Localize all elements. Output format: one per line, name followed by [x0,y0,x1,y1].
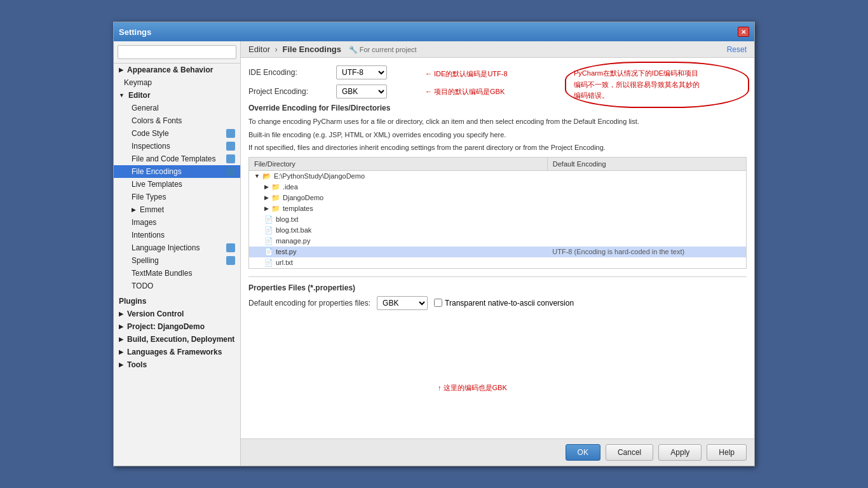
ide-encoding-label: IDE Encoding: [248,68,331,77]
sidebar-item-emmet[interactable]: ▶ Emmet [114,203,240,216]
encoding-cell [547,225,746,236]
transparent-checkbox[interactable] [434,299,442,307]
py-file-icon: 📄 [264,248,273,256]
close-button[interactable]: ✕ [738,27,749,37]
sidebar-item-editor[interactable]: ▼ Editor [114,89,240,102]
encoding-cell [547,193,746,203]
titlebar-buttons: ✕ [738,27,749,37]
encoding-cell [547,203,746,214]
ok-button[interactable]: OK [566,444,600,461]
panel-header: Editor › File Encodings 🔧 For current pr… [241,41,754,58]
file-path-cell: ▼📂E:\PythonStudy\DjangoDemo [249,170,548,182]
arrow-open-icon: ▼ [119,92,125,98]
apply-button[interactable]: Apply [658,444,702,461]
encoding-cell: UTF-8 (Encoding is hard-coded in the tex… [547,247,746,257]
sidebar-item-file-types[interactable]: File Types [114,191,240,203]
sidebar-item-file-code-templates[interactable]: File and Code Templates [114,152,240,165]
folder-open-icon: 📂 [262,172,271,180]
file-path-cell: ▶📁.idea [249,182,548,193]
sidebar-item-language-injections[interactable]: Language Injections [114,241,240,254]
encoding-cell [547,257,746,269]
encoding-cell [547,170,746,182]
annotation-properties: ↑ 这里的编码也是GBK [438,383,507,393]
project-encoding-select[interactable]: GBK UTF-8 ISO-8859-1 [336,85,387,98]
build-arrow-icon: ▶ [119,336,123,342]
dialog-title: Settings [119,27,151,37]
search-box [114,41,240,64]
dialog-titlebar: Settings ✕ [114,22,754,41]
info-line2: Built-in file encoding (e.g. JSP, HTML o… [248,130,747,140]
emmet-arrow-icon: ▶ [132,207,136,213]
file-path-cell: ▶📁templates [249,203,548,214]
encoding-cell [547,182,746,193]
sidebar-item-appearance[interactable]: ▶ Appearance & Behavior [114,64,240,76]
sidebar-item-intentions[interactable]: Intentions [114,229,240,241]
folder-icon: 📁 [271,205,280,213]
folder-icon: 📁 [271,183,280,191]
file-icon: 📄 [264,215,273,224]
table-row[interactable]: 📄test.pyUTF-8 (Encoding is hard-coded in… [249,247,747,257]
settings-icon2 [226,142,235,151]
table-row[interactable]: 📄url.txt [249,257,747,269]
dialog-body: ▶ Appearance & Behavior Keymap ▼ Editor … [114,41,754,466]
sidebar-item-colors-fonts[interactable]: Colors & Fonts [114,114,240,127]
ide-encoding-row: IDE Encoding: UTF-8 GBK ISO-8859-1 [248,65,747,79]
table-row[interactable]: 📄blog.txt [249,214,747,225]
sidebar-item-keymap[interactable]: Keymap [114,76,240,89]
file-path-cell: 📄manage.py [249,236,548,247]
ide-encoding-select[interactable]: UTF-8 GBK ISO-8859-1 [336,65,387,79]
main-panel: Editor › File Encodings 🔧 For current pr… [241,41,754,466]
transparent-label: Transparent native-to-ascii conversion [445,299,574,308]
properties-row: Default encoding for properties files: G… [248,296,747,310]
sidebar-item-tools[interactable]: ▶ Tools [114,358,240,371]
encoding-cell [547,214,746,225]
sidebar-item-file-encodings[interactable]: File Encodings [114,165,240,178]
py-file-icon: 📄 [264,237,273,245]
sidebar-item-todo[interactable]: TODO [114,280,240,292]
sidebar-item-code-style[interactable]: Code Style [114,127,240,140]
folder-icon: 📁 [271,194,280,202]
reset-link[interactable]: Reset [727,45,747,54]
cancel-button[interactable]: Cancel [606,444,653,461]
tools-arrow-icon: ▶ [119,362,123,368]
file-table: File/Directory Default Encoding ▼📂E:\Pyt… [248,157,747,269]
table-row[interactable]: 📄manage.py [249,236,747,247]
lang-arrow-icon: ▶ [119,349,123,355]
sidebar-item-live-templates[interactable]: Live Templates [114,178,240,191]
search-input[interactable] [118,45,236,59]
table-row[interactable]: 📄blog.txt.bak [249,225,747,236]
sidebar-item-project[interactable]: ▶ Project: DjangoDemo [114,320,240,333]
sidebar-item-inspections[interactable]: Inspections [114,140,240,152]
table-row[interactable]: ▶📁templates [249,203,747,214]
sidebar-item-version-control[interactable]: ▶ Version Control [114,308,240,320]
sidebar-item-build[interactable]: ▶ Build, Execution, Deployment [114,333,240,346]
override-section-title: Override Encoding for Files/Directories [248,104,747,112]
settings-icon6 [226,256,235,265]
table-row[interactable]: ▼📂E:\PythonStudy\DjangoDemo [249,170,747,182]
table-row[interactable]: ▶📁DjangoDemo [249,193,747,203]
project-encoding-row: Project Encoding: GBK UTF-8 ISO-8859-1 [248,85,747,98]
arrow-icon: ▶ [119,67,123,73]
properties-default-label: Default encoding for properties files: [248,299,370,308]
help-button[interactable]: Help [707,444,747,461]
sidebar-item-general[interactable]: General [114,102,240,114]
properties-encoding-select[interactable]: GBK UTF-8 [377,296,428,310]
settings-icon4 [226,167,235,176]
sidebar-item-images[interactable]: Images [114,216,240,229]
settings-icon3 [226,154,235,163]
settings-icon [226,129,235,138]
sidebar-item-textmate-bundles[interactable]: TextMate Bundles [114,267,240,280]
proj-arrow-icon: ▶ [119,323,123,330]
properties-section: Properties Files (*.properties) Default … [248,276,747,310]
info-line3: If not specified, files and directories … [248,142,747,153]
encoding-cell [547,236,746,247]
sidebar: ▶ Appearance & Behavior Keymap ▼ Editor … [114,41,241,466]
file-path-cell: ▶📁DjangoDemo [249,193,548,203]
table-row[interactable]: ▶📁.idea [249,182,747,193]
sidebar-item-spelling[interactable]: Spelling [114,254,240,267]
sidebar-item-plugins[interactable]: Plugins [114,295,240,308]
sidebar-item-languages[interactable]: ▶ Languages & Frameworks [114,346,240,358]
vc-arrow-icon: ▶ [119,311,123,317]
dialog-footer: OK Cancel Apply Help [241,438,754,466]
project-encoding-label: Project Encoding: [248,87,331,96]
